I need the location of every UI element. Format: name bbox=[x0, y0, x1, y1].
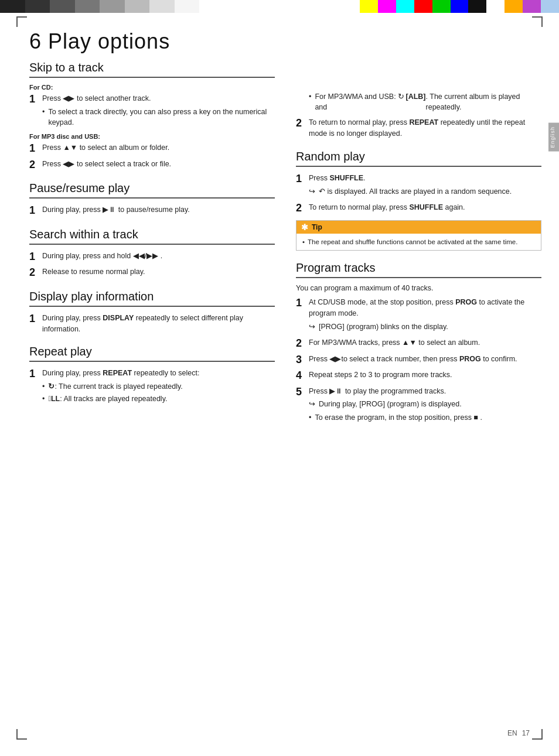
step-num: 1 bbox=[29, 142, 42, 155]
section-display-play-info: Display play information 1 During play, … bbox=[29, 290, 275, 335]
section-title-display: Display play information bbox=[29, 290, 275, 307]
step-text: Press ▲▼ to select an album or folder. bbox=[42, 142, 275, 153]
corner-mark-tl bbox=[16, 16, 27, 27]
section-program-tracks: Program tracks You can program a maximum… bbox=[296, 261, 541, 424]
list-item: For MP3/WMA and USB: ↻ and [ALB]. The cu… bbox=[309, 91, 541, 112]
step-text: Press ▶⏸ to play the programmed tracks. … bbox=[309, 386, 541, 425]
step-display-1: 1 During play, press DISPLAY repeatedly … bbox=[29, 313, 275, 335]
color-block-5 bbox=[100, 0, 125, 13]
section-repeat-play: Repeat play 1 During play, press REPEAT … bbox=[29, 345, 275, 406]
top-bar-right bbox=[360, 0, 559, 13]
tip-header: ✱ Tip bbox=[296, 221, 541, 234]
list-item: 𡮺LL: All tracks are played repeatedly. bbox=[42, 394, 275, 404]
page-footer: EN 17 bbox=[507, 729, 530, 737]
list-item: During play, [PROG] (program) is display… bbox=[309, 399, 541, 409]
step-num: 1 bbox=[296, 173, 309, 186]
left-column: Skip to a track For CD: 1 Press ◀▶ to se… bbox=[29, 61, 275, 727]
corner-mark-tr bbox=[532, 16, 543, 27]
color-block-r10 bbox=[523, 0, 541, 13]
tip-content: The repeat and shuffle functions cannot … bbox=[296, 234, 541, 250]
two-column-layout: Skip to a track For CD: 1 Press ◀▶ to se… bbox=[29, 61, 541, 727]
color-block-r1 bbox=[360, 0, 378, 13]
step-mp3-2: 2 Press ◀▶ to select select a track or f… bbox=[29, 159, 275, 172]
section-title-random: Random play bbox=[296, 150, 541, 167]
step-num: 2 bbox=[296, 202, 309, 215]
color-block-6 bbox=[125, 0, 150, 13]
section-search-within: Search within a track 1 During play, pre… bbox=[29, 228, 275, 279]
step-program-2: 2 For MP3/WMA tracks, press ▲▼ to select… bbox=[296, 337, 541, 350]
step-pause-1: 1 During play, press ▶⏸ to pause/resume … bbox=[29, 204, 275, 217]
step-num: 3 bbox=[296, 354, 309, 367]
section-pause-resume: Pause/resume play 1 During play, press ▶… bbox=[29, 182, 275, 217]
step-text: During play, press and hold ◀◀/▶▶ . bbox=[42, 251, 275, 262]
step-text: During play, press DISPLAY repeatedly to… bbox=[42, 313, 275, 335]
step-num: 2 bbox=[296, 117, 309, 130]
step-num: 2 bbox=[29, 266, 42, 279]
step-num: 2 bbox=[296, 337, 309, 350]
step-program-1: 1 At CD/USB mode, at the stop position, … bbox=[296, 297, 541, 334]
color-block-r2 bbox=[378, 0, 396, 13]
section-title-skip: Skip to a track bbox=[29, 61, 275, 78]
step-num: 1 bbox=[296, 297, 309, 310]
color-block-r4 bbox=[414, 0, 432, 13]
color-block-3 bbox=[50, 0, 75, 13]
step-mp3-1: 1 Press ▲▼ to select an album or folder. bbox=[29, 142, 275, 155]
step-text: To return to normal play, press SHUFFLE … bbox=[309, 202, 541, 213]
color-block-2 bbox=[25, 0, 50, 13]
color-block-r9 bbox=[505, 0, 523, 13]
top-bar-left bbox=[0, 0, 199, 13]
color-block-r6 bbox=[451, 0, 469, 13]
corner-mark-bl bbox=[16, 729, 27, 740]
page-title: 6 Play options bbox=[29, 29, 541, 54]
list-item: To select a track directly, you can also… bbox=[42, 107, 275, 128]
step-num: 1 bbox=[29, 368, 42, 381]
section-random-play: Random play 1 Press SHUFFLE. ↶ is displa… bbox=[296, 150, 541, 251]
tip-box: ✱ Tip The repeat and shuffle functions c… bbox=[296, 220, 541, 251]
step-program-3: 3 Press ◀▶to select a track number, then… bbox=[296, 354, 541, 367]
step-num: 2 bbox=[29, 159, 42, 172]
step-text: Press ◀▶ to select another track. To sel… bbox=[42, 93, 275, 129]
list-item: The repeat and shuffle functions cannot … bbox=[302, 237, 535, 247]
page-content: 6 Play options Skip to a track For CD: 1… bbox=[29, 29, 541, 727]
step-text: Release to resume normal play. bbox=[42, 266, 275, 278]
program-intro: You can program a maximum of 40 tracks. bbox=[296, 284, 541, 292]
section-skip-to-track: Skip to a track For CD: 1 Press ◀▶ to se… bbox=[29, 61, 275, 171]
step-text: Press SHUFFLE. ↶ is displayed. All track… bbox=[309, 173, 541, 199]
color-block-r8 bbox=[486, 0, 505, 13]
section-title-search: Search within a track bbox=[29, 228, 275, 245]
step-repeat-return: 2 To return to normal play, press REPEAT… bbox=[296, 117, 541, 139]
footer-lang: EN bbox=[507, 729, 517, 737]
color-block-r7 bbox=[468, 0, 486, 13]
section-title-program: Program tracks bbox=[296, 261, 541, 278]
tip-star-icon: ✱ bbox=[301, 223, 308, 232]
corner-mark-br bbox=[532, 729, 543, 740]
color-block-1 bbox=[0, 0, 25, 13]
section-title-pause: Pause/resume play bbox=[29, 182, 275, 199]
step-num: 1 bbox=[29, 313, 42, 326]
step-text: Repeat steps 2 to 3 to program more trac… bbox=[309, 370, 541, 381]
step-text: To return to normal play, press REPEAT r… bbox=[309, 117, 541, 139]
step-num: 5 bbox=[296, 386, 309, 399]
section-repeat-continued: For MP3/WMA and USB: ↻ and [ALB]. The cu… bbox=[296, 91, 541, 139]
step-num: 1 bbox=[29, 204, 42, 217]
step-num: 4 bbox=[296, 370, 309, 382]
list-item: ↶ is displayed. All tracks are played in… bbox=[309, 186, 541, 197]
list-item: To erase the program, in the stop positi… bbox=[309, 412, 541, 423]
step-text: During play, press ▶⏸ to pause/resume pl… bbox=[42, 204, 275, 215]
step-num: 1 bbox=[29, 251, 42, 264]
step-cd-1: 1 Press ◀▶ to select another track. To s… bbox=[29, 93, 275, 129]
right-column: For MP3/WMA and USB: ↻ and [ALB]. The cu… bbox=[296, 61, 541, 727]
step-text: For MP3/WMA tracks, press ▲▼ to select a… bbox=[309, 337, 541, 348]
step-text: Press ◀▶ to select select a track or fil… bbox=[42, 159, 275, 170]
color-block-8 bbox=[175, 0, 200, 13]
color-block-r3 bbox=[396, 0, 414, 13]
list-item: [PROG] (program) blinks on the display. bbox=[309, 321, 541, 332]
top-color-bars bbox=[0, 0, 559, 13]
sublabel-for-cd: For CD: bbox=[29, 84, 275, 91]
tip-label: Tip bbox=[312, 223, 322, 231]
section-title-repeat: Repeat play bbox=[29, 345, 275, 362]
color-block-r5 bbox=[432, 0, 451, 13]
step-text: At CD/USB mode, at the stop position, pr… bbox=[309, 297, 541, 334]
list-item: ↻: The current track is played repeatedl… bbox=[42, 381, 275, 392]
step-program-4: 4 Repeat steps 2 to 3 to program more tr… bbox=[296, 370, 541, 382]
